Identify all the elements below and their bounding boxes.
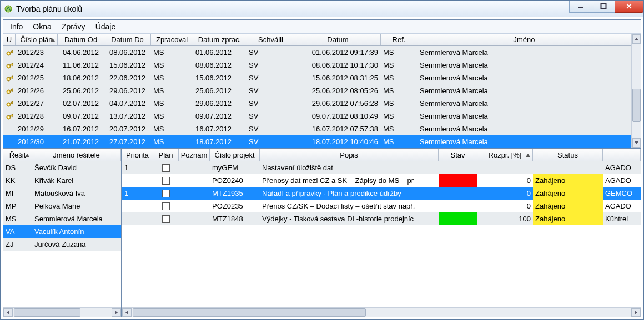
col-stav[interactable]: Stav — [439, 149, 477, 161]
task-row[interactable]: POZ0240Přenosy dat mezi CZ a SK – Zápisy… — [122, 174, 641, 187]
cell-plan-check[interactable] — [153, 187, 179, 200]
cell-cislo: 2012/25 — [16, 72, 58, 84]
maximize-button[interactable] — [592, 1, 615, 13]
plans-grid-body[interactable]: 2012/2304.06.201208.06.2012MS01.06.2012S… — [3, 46, 631, 148]
key-icon — [3, 123, 16, 135]
plan-row[interactable]: 2012/2411.06.201215.06.2012MS08.06.2012S… — [3, 59, 631, 72]
cell-datum: 29.06.2012 07:56:28 — [295, 97, 381, 110]
key-icon — [3, 110, 16, 123]
scroll-left-icon[interactable] — [3, 308, 13, 317]
svg-rect-2 — [601, 4, 606, 9]
col-rozpr[interactable]: Rozpr. [%] — [477, 149, 533, 161]
task-row[interactable]: 1MTZ1935Nářadí a přípravky - Plán a pred… — [122, 187, 641, 200]
menu-zpravy[interactable]: Zprávy — [57, 21, 90, 32]
plan-row[interactable]: 2012/2518.06.201222.06.2012MS15.06.2012S… — [3, 72, 631, 84]
solver-code: VA — [3, 225, 32, 238]
solvers-hscroll[interactable] — [3, 307, 121, 317]
task-row[interactable]: POZ0235Přenos CZ/SK – Dodací listy – oše… — [122, 200, 641, 212]
cell-status: Zahájeno — [533, 212, 603, 225]
cell-cislo: 2012/28 — [16, 110, 58, 123]
cell-dzprac: 25.06.2012 — [193, 84, 246, 97]
cell-rozpr: 0 — [477, 200, 533, 212]
plan-row[interactable]: 2012/3021.07.201227.07.2012MS18.07.2012S… — [3, 135, 631, 148]
plan-row[interactable]: 2012/2916.07.201220.07.2012MS16.07.2012S… — [3, 123, 631, 135]
plan-row[interactable]: 2012/2702.07.201204.07.2012MS29.06.2012S… — [3, 97, 631, 110]
tasks-hscroll[interactable] — [122, 307, 641, 317]
task-row[interactable]: 1myGEMNastavení úložiště datAGADO — [122, 161, 641, 174]
solver-row[interactable]: VAVaculík Antonín — [3, 225, 121, 238]
col-status[interactable]: Status — [533, 149, 603, 161]
cell-stav — [439, 187, 477, 200]
cell-projekt: MTZ1848 — [210, 212, 260, 225]
cell-plan-check[interactable] — [153, 174, 179, 187]
menu-info[interactable]: Info — [6, 21, 27, 32]
col-dzprac[interactable]: Datum zprac. — [193, 34, 246, 45]
cell-dzprac: 29.06.2012 — [193, 97, 246, 110]
cell-od: 09.07.2012 — [58, 110, 104, 123]
cell-ref: MS — [381, 135, 417, 148]
key-icon — [3, 59, 16, 72]
cell-org: AGADO — [603, 200, 641, 212]
col-poznam[interactable]: Poznám — [179, 149, 210, 161]
scroll-right-icon[interactable] — [631, 308, 641, 317]
close-button[interactable] — [615, 1, 643, 13]
col-jmeno[interactable]: Jméno — [417, 34, 631, 45]
scroll-right-icon[interactable] — [112, 308, 121, 317]
cell-schvalil: SV — [246, 59, 295, 72]
menu-okna[interactable]: Okna — [28, 21, 56, 32]
col-od[interactable]: Datum Od — [58, 34, 104, 45]
col-solver-code[interactable]: Řešit — [3, 149, 32, 161]
cell-ref: MS — [381, 84, 417, 97]
col-u[interactable]: U — [3, 34, 16, 45]
col-do[interactable]: Datum Do — [104, 34, 151, 45]
scroll-down-icon[interactable] — [632, 138, 641, 148]
cell-jmeno: Semmlerová Marcela — [417, 84, 631, 97]
cell-rozpr — [477, 161, 533, 174]
cell-ref: MS — [381, 123, 417, 135]
cell-poznam — [179, 187, 210, 200]
solver-row[interactable]: MPPelková Marie — [3, 200, 121, 212]
cell-jmeno: Semmlerová Marcela — [417, 97, 631, 110]
col-org[interactable] — [603, 149, 641, 161]
solver-row[interactable]: ZJJurčová Zuzana — [3, 238, 121, 251]
solver-row[interactable]: KKKřivák Karel — [3, 174, 121, 187]
solvers-body[interactable]: DSŠevčík DavidKKKřivák KarelMIMatoušková… — [3, 161, 121, 307]
cell-plan-check[interactable] — [153, 161, 179, 174]
cell-zprac: MS — [151, 97, 193, 110]
cell-do: 20.07.2012 — [104, 123, 151, 135]
menu-udaje[interactable]: Údaje — [91, 21, 120, 32]
solver-row[interactable]: MIMatoušková Iva — [3, 187, 121, 200]
plan-row[interactable]: 2012/2809.07.201213.07.2012MS09.07.2012S… — [3, 110, 631, 123]
cell-org: GEMCO — [603, 187, 641, 200]
col-datum[interactable]: Datum — [295, 34, 381, 45]
tasks-body[interactable]: 1myGEMNastavení úložiště datAGADOPOZ0240… — [122, 161, 641, 307]
col-popis[interactable]: Popis — [260, 149, 439, 161]
col-priorita[interactable]: Priorita — [122, 149, 153, 161]
col-ref[interactable]: Ref. — [381, 34, 417, 45]
titlebar[interactable]: Tvorba plánu úkolů — [1, 1, 643, 17]
col-schvalil[interactable]: Schválil — [246, 34, 295, 45]
col-plan[interactable]: Plán — [153, 149, 179, 161]
col-cislo[interactable]: Číslo plán — [16, 34, 58, 45]
cell-plan-check[interactable] — [153, 212, 179, 225]
solver-name: Vaculík Antonín — [32, 225, 121, 238]
cell-dzprac: 08.06.2012 — [193, 59, 246, 72]
cell-poznam — [179, 212, 210, 225]
col-zprac[interactable]: Zpracoval — [151, 34, 193, 45]
col-solver-name[interactable]: Jméno řešitele — [32, 149, 121, 161]
cell-plan-check[interactable] — [153, 200, 179, 212]
plan-row[interactable]: 2012/2625.06.201229.06.2012MS25.06.2012S… — [3, 84, 631, 97]
cell-jmeno: Semmlerová Marcela — [417, 110, 631, 123]
cell-cislo: 2012/23 — [16, 46, 58, 59]
minimize-button[interactable] — [569, 1, 592, 13]
col-projekt[interactable]: Číslo projekt — [210, 149, 260, 161]
solver-row[interactable]: DSŠevčík David — [3, 161, 121, 174]
cell-datum: 01.06.2012 09:17:39 — [295, 46, 381, 59]
task-row[interactable]: MTZ1848Výdejky - Tisková sestava DL-hist… — [122, 212, 641, 225]
scroll-up-icon[interactable] — [632, 34, 641, 44]
plans-vscroll[interactable] — [631, 34, 641, 148]
plan-row[interactable]: 2012/2304.06.201208.06.2012MS01.06.2012S… — [3, 46, 631, 59]
solver-row[interactable]: MSSemmlerová Marcela — [3, 212, 121, 225]
cell-projekt: myGEM — [210, 161, 260, 174]
scroll-left-icon[interactable] — [122, 308, 132, 317]
